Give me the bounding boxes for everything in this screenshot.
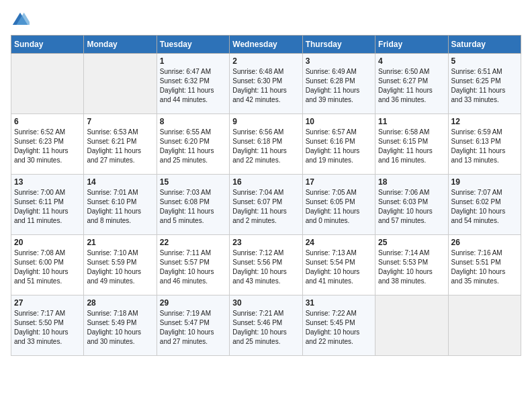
cell-info: Sunrise: 6:57 AM [306, 128, 372, 137]
day-number: 26 [451, 238, 518, 247]
day-number: 25 [378, 238, 445, 247]
calendar-cell: 7Sunrise: 6:53 AMSunset: 6:21 PMDaylight… [84, 114, 157, 175]
day-number: 7 [87, 117, 153, 126]
cell-info: Sunrise: 6:49 AM [306, 67, 372, 77]
calendar: SundayMondayTuesdayWednesdayThursdayFrid… [11, 35, 521, 356]
cell-info: Daylight: 10 hours and 54 minutes. [451, 207, 518, 226]
cell-info: Daylight: 10 hours and 22 minutes. [306, 328, 372, 347]
calendar-cell: 17Sunrise: 7:05 AMSunset: 6:05 PMDayligh… [302, 175, 375, 235]
calendar-cell: 6Sunrise: 6:52 AMSunset: 6:23 PMDaylight… [11, 114, 84, 175]
cell-info: Daylight: 10 hours and 30 minutes. [87, 328, 153, 347]
cell-info: Daylight: 11 hours and 36 minutes. [378, 86, 445, 105]
day-number: 1 [160, 56, 226, 66]
cell-info: Daylight: 10 hours and 33 minutes. [14, 328, 81, 347]
cell-info: Sunset: 6:02 PM [451, 197, 518, 207]
cell-info: Daylight: 10 hours and 38 minutes. [378, 267, 445, 286]
cell-info: Sunrise: 7:12 AM [232, 248, 299, 258]
cell-info: Daylight: 11 hours and 8 minutes. [87, 207, 153, 226]
calendar-cell [84, 54, 157, 114]
day-number: 9 [232, 117, 299, 126]
calendar-cell: 26Sunrise: 7:16 AMSunset: 5:51 PMDayligh… [448, 235, 521, 295]
cell-info: Daylight: 10 hours and 41 minutes. [306, 267, 372, 286]
day-number: 28 [87, 298, 153, 308]
cell-info: Sunset: 6:27 PM [378, 77, 445, 86]
day-number: 5 [451, 56, 518, 66]
weekday-header: Monday [84, 36, 157, 54]
cell-info: Sunset: 6:28 PM [306, 77, 372, 86]
calendar-week: 13Sunrise: 7:00 AMSunset: 6:11 PMDayligh… [11, 175, 521, 235]
cell-info: Sunrise: 6:47 AM [160, 67, 226, 77]
cell-info: Daylight: 11 hours and 30 minutes. [14, 146, 81, 165]
calendar-cell: 25Sunrise: 7:14 AMSunset: 5:53 PMDayligh… [375, 235, 448, 295]
cell-info: Sunset: 5:50 PM [14, 318, 81, 328]
calendar-cell: 9Sunrise: 6:56 AMSunset: 6:18 PMDaylight… [230, 114, 302, 175]
calendar-cell: 13Sunrise: 7:00 AMSunset: 6:11 PMDayligh… [11, 175, 84, 235]
day-number: 27 [14, 298, 81, 308]
cell-info: Sunset: 5:46 PM [232, 318, 299, 328]
calendar-week: 20Sunrise: 7:08 AMSunset: 6:00 PMDayligh… [11, 235, 521, 295]
calendar-cell: 16Sunrise: 7:04 AMSunset: 6:07 PMDayligh… [230, 175, 302, 235]
day-number: 16 [232, 177, 299, 187]
weekday-header: Saturday [448, 36, 521, 54]
cell-info: Sunset: 5:54 PM [306, 258, 372, 267]
cell-info: Sunset: 5:45 PM [306, 318, 372, 328]
cell-info: Daylight: 11 hours and 42 minutes. [232, 86, 299, 105]
weekday-header: Tuesday [157, 36, 229, 54]
cell-info: Sunset: 6:20 PM [160, 137, 226, 146]
calendar-cell: 23Sunrise: 7:12 AMSunset: 5:56 PMDayligh… [230, 235, 302, 295]
weekday-row: SundayMondayTuesdayWednesdayThursdayFrid… [11, 36, 521, 54]
cell-info: Sunset: 5:51 PM [451, 258, 518, 267]
weekday-header: Sunday [11, 36, 84, 54]
day-number: 11 [378, 117, 445, 126]
day-number: 23 [232, 238, 299, 247]
cell-info: Daylight: 11 hours and 5 minutes. [160, 207, 226, 226]
calendar-week: 1Sunrise: 6:47 AMSunset: 6:32 PMDaylight… [11, 54, 521, 114]
cell-info: Daylight: 11 hours and 13 minutes. [451, 146, 518, 165]
cell-info: Daylight: 10 hours and 27 minutes. [160, 328, 226, 347]
cell-info: Sunset: 6:05 PM [306, 197, 372, 207]
cell-info: Sunrise: 6:55 AM [160, 128, 226, 137]
day-number: 12 [451, 117, 518, 126]
cell-info: Sunrise: 7:16 AM [451, 248, 518, 258]
cell-info: Daylight: 10 hours and 57 minutes. [378, 207, 445, 226]
day-number: 19 [451, 177, 518, 187]
cell-info: Sunrise: 6:48 AM [232, 67, 299, 77]
calendar-week: 6Sunrise: 6:52 AMSunset: 6:23 PMDaylight… [11, 114, 521, 175]
cell-info: Daylight: 11 hours and 44 minutes. [160, 86, 226, 105]
cell-info: Sunrise: 7:10 AM [87, 248, 153, 258]
calendar-cell: 29Sunrise: 7:19 AMSunset: 5:47 PMDayligh… [157, 295, 229, 356]
day-number: 6 [14, 117, 81, 126]
cell-info: Sunset: 6:08 PM [160, 197, 226, 207]
cell-info: Daylight: 11 hours and 25 minutes. [160, 146, 226, 165]
cell-info: Daylight: 10 hours and 51 minutes. [14, 267, 81, 286]
cell-info: Sunset: 6:15 PM [378, 137, 445, 146]
cell-info: Daylight: 11 hours and 2 minutes. [232, 207, 299, 226]
cell-info: Sunrise: 6:52 AM [14, 128, 81, 137]
cell-info: Daylight: 10 hours and 49 minutes. [87, 267, 153, 286]
day-number: 8 [160, 117, 226, 126]
cell-info: Sunset: 6:10 PM [87, 197, 153, 207]
cell-info: Sunset: 6:07 PM [232, 197, 299, 207]
weekday-header: Friday [375, 36, 448, 54]
cell-info: Sunrise: 7:07 AM [451, 188, 518, 197]
calendar-cell: 8Sunrise: 6:55 AMSunset: 6:20 PMDaylight… [157, 114, 229, 175]
cell-info: Sunrise: 7:14 AM [378, 248, 445, 258]
logo [11, 11, 32, 30]
weekday-header: Thursday [302, 36, 375, 54]
cell-info: Daylight: 11 hours and 27 minutes. [87, 146, 153, 165]
calendar-week: 27Sunrise: 7:17 AMSunset: 5:50 PMDayligh… [11, 295, 521, 356]
day-number: 13 [14, 177, 81, 187]
calendar-cell: 19Sunrise: 7:07 AMSunset: 6:02 PMDayligh… [448, 175, 521, 235]
cell-info: Sunset: 5:49 PM [87, 318, 153, 328]
cell-info: Sunset: 6:21 PM [87, 137, 153, 146]
cell-info: Daylight: 10 hours and 35 minutes. [451, 267, 518, 286]
calendar-cell: 12Sunrise: 6:59 AMSunset: 6:13 PMDayligh… [448, 114, 521, 175]
cell-info: Sunrise: 7:13 AM [306, 248, 372, 258]
calendar-cell: 22Sunrise: 7:11 AMSunset: 5:57 PMDayligh… [157, 235, 229, 295]
day-number: 31 [306, 298, 372, 308]
cell-info: Sunset: 6:30 PM [232, 77, 299, 86]
cell-info: Sunset: 6:23 PM [14, 137, 81, 146]
calendar-cell: 10Sunrise: 6:57 AMSunset: 6:16 PMDayligh… [302, 114, 375, 175]
cell-info: Sunrise: 7:05 AM [306, 188, 372, 197]
cell-info: Sunset: 6:13 PM [451, 137, 518, 146]
